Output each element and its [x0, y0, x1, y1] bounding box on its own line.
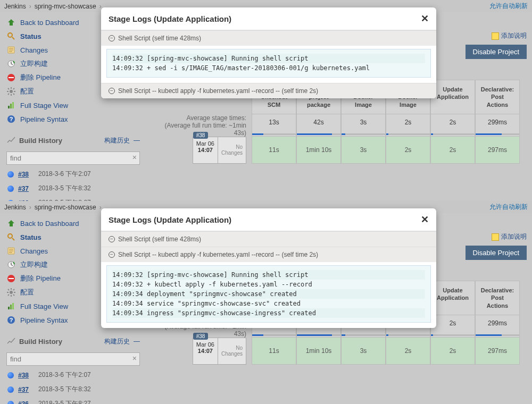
build-date: 2018-3-6 下午2:07 — [38, 170, 91, 179]
sidebar-label: 配置 — [20, 87, 34, 96]
sidebar-label: Back to Dashboard — [20, 19, 79, 27]
log-section-header[interactable]: −Shell Script -- kubectl apply -f kubern… — [101, 247, 436, 262]
clear-icon[interactable]: × — [132, 153, 137, 162]
clear-icon[interactable]: × — [132, 354, 137, 363]
log-section-label: Shell Script (self time 428ms) — [118, 35, 201, 42]
build-row[interactable]: #382018-3-6 下午2:07 — [0, 167, 146, 181]
run-date-box[interactable]: #38Mar 0614:07 — [193, 137, 218, 164]
stage-avg-cell: 299ms — [475, 315, 520, 338]
gear-icon — [6, 87, 16, 96]
stage-column-header: UpdateApplication — [430, 80, 475, 114]
document-icon — [6, 45, 16, 55]
svg-rect-35 — [9, 278, 14, 279]
build-number[interactable]: #36 — [18, 400, 38, 405]
log-section-header[interactable]: −Shell Script (self time 428ms) — [101, 231, 436, 247]
sidebar-label: 立即构建 — [20, 260, 48, 270]
build-number[interactable]: #37 — [18, 185, 38, 192]
stage-run-cell[interactable]: 11s — [252, 338, 296, 365]
breadcrumb-root[interactable]: Jenkins — [4, 3, 26, 10]
disable-project-button[interactable]: Disable Project — [466, 246, 527, 260]
log-section-header[interactable]: −Shell Script (self time 428ms) — [101, 30, 436, 46]
disable-project-button[interactable]: Disable Project — [466, 45, 527, 59]
stage-column-header: Declarative:PostActions — [475, 80, 520, 114]
build-find-input[interactable] — [6, 152, 140, 165]
sidebar-label: Pipeline Syntax — [20, 316, 68, 324]
build-row[interactable]: #362018-3-5 下午8:27 — [0, 397, 146, 404]
search-icon — [6, 31, 16, 41]
chevron-right-icon: › — [29, 204, 31, 211]
stage-run-cell[interactable]: 2s — [430, 338, 475, 365]
svg-line-42 — [13, 294, 14, 296]
status-ball-icon — [7, 186, 14, 192]
avg-label: Average stage times: — [156, 114, 246, 122]
sidebar-label: Back to Dashboard — [20, 220, 79, 228]
svg-line-44 — [13, 289, 14, 290]
stage-run-cell[interactable]: 3s — [341, 338, 386, 365]
modal-title: Stage Logs (Update Application) — [109, 14, 231, 23]
stage-run-cell[interactable]: 1min 10s — [296, 137, 341, 164]
up-arrow-icon — [6, 18, 16, 27]
sidebar-label: 立即构建 — [20, 59, 48, 69]
sidebar-label: Status — [20, 32, 41, 40]
build-number[interactable]: #38 — [18, 372, 38, 379]
stage-run-cell[interactable]: 2s — [386, 137, 430, 164]
collapse-icon[interactable]: − — [109, 251, 115, 258]
full-stage-view-link[interactable]: Full Stage View — [0, 98, 146, 112]
collapse-icon[interactable]: − — [109, 236, 115, 242]
add-description-link[interactable]: 添加说明 — [492, 31, 527, 40]
breadcrumb-project[interactable]: spring-mvc-showcase — [35, 204, 96, 211]
log-output: 14:09:32 [spring-mvc-showcase] Running s… — [106, 265, 431, 323]
build-number[interactable]: #38 — [18, 171, 38, 178]
build-find-input[interactable] — [6, 352, 140, 366]
build-history-link[interactable]: 构建历史 — — [104, 337, 140, 346]
svg-line-43 — [8, 294, 9, 296]
svg-rect-21 — [10, 104, 12, 108]
pipeline-syntax-link[interactable]: ?Pipeline Syntax — [0, 112, 146, 126]
svg-line-16 — [8, 88, 9, 89]
auto-refresh-link[interactable]: 允许自动刷新 — [489, 2, 528, 11]
svg-rect-22 — [12, 102, 14, 108]
gear-icon — [6, 288, 16, 297]
sidebar-label: Full Stage View — [20, 102, 68, 110]
breadcrumb-project[interactable]: spring-mvc-showcase — [35, 3, 96, 10]
build-row[interactable]: #382018-3-6 下午2:07 — [0, 368, 146, 382]
add-description-link[interactable]: 添加说明 — [492, 232, 527, 241]
help-icon: ? — [6, 114, 16, 124]
stage-avg-cell: 3s — [341, 114, 386, 137]
sidebar-label: Changes — [20, 46, 48, 54]
stage-run-cell[interactable]: 297ms — [475, 338, 520, 365]
no-changes-label: NoChanges — [218, 338, 246, 365]
stage-run-cell[interactable]: 1min 10s — [296, 338, 341, 365]
stage-avg-cell: 42s — [296, 114, 341, 137]
run-date-box[interactable]: #38Mar 0614:07 — [193, 338, 218, 365]
no-changes-label: NoChanges — [218, 137, 246, 164]
stage-run-cell[interactable]: 3s — [341, 137, 386, 164]
log-section-header[interactable]: −Shell Script -- kubectl apply -f kubern… — [101, 83, 436, 98]
svg-rect-20 — [8, 106, 10, 108]
build-row[interactable]: #372018-3-5 下午8:32 — [0, 181, 146, 196]
collapse-icon[interactable]: − — [109, 88, 115, 94]
sidebar-label: Changes — [20, 247, 48, 255]
close-icon[interactable]: ✕ — [421, 214, 429, 225]
close-icon[interactable]: ✕ — [421, 13, 429, 24]
build-row[interactable]: #372018-3-5 下午8:32 — [0, 382, 146, 397]
modal-header: Stage Logs (Update Application)✕ — [101, 208, 436, 231]
stage-run-cell[interactable]: 2s — [386, 338, 430, 365]
auto-refresh-link[interactable]: 允许自动刷新 — [489, 203, 528, 212]
sidebar-label: Full Stage View — [20, 302, 68, 310]
build-history-link[interactable]: 构建历史 — — [104, 136, 140, 145]
svg-rect-45 — [8, 307, 10, 309]
clock-icon — [6, 59, 16, 69]
document-icon — [6, 246, 16, 256]
stage-run-cell[interactable]: 11s — [252, 137, 296, 164]
build-date: 2018-3-5 下午8:32 — [38, 184, 91, 193]
svg-line-19 — [13, 88, 14, 89]
build-number[interactable]: #37 — [18, 386, 38, 393]
sidebar-label: 删除 Pipeline — [20, 274, 61, 283]
stage-run-cell[interactable]: 2s — [430, 137, 475, 164]
stage-avg-cell: 2s — [430, 114, 475, 137]
collapse-icon[interactable]: − — [109, 35, 115, 41]
stage-run-cell[interactable]: 297ms — [475, 137, 520, 164]
svg-text:?: ? — [10, 317, 13, 323]
breadcrumb-root[interactable]: Jenkins — [4, 204, 26, 211]
